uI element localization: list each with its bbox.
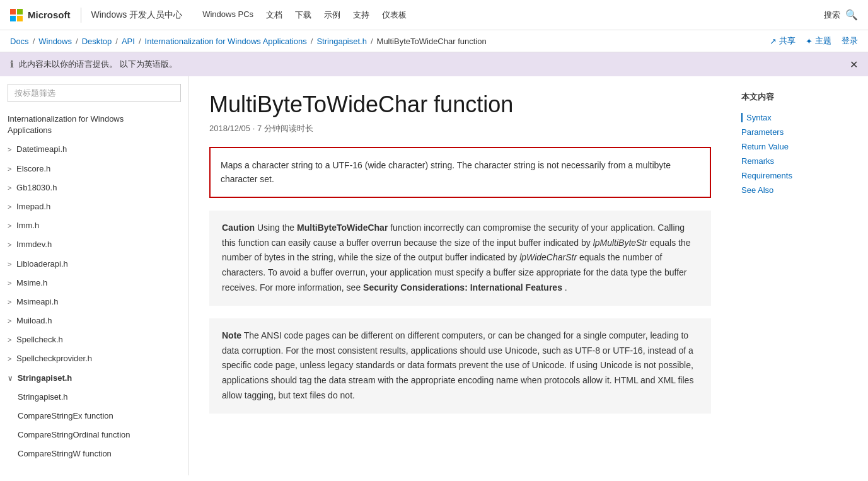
arrow-icon: > bbox=[8, 336, 11, 344]
sidebar-item-label: Stringapiset.h bbox=[18, 392, 68, 402]
info-icon: ℹ bbox=[10, 59, 14, 70]
arrow-icon: > bbox=[8, 241, 11, 248]
breadcrumb-sep3: / bbox=[115, 37, 118, 46]
breadcrumb-api[interactable]: API bbox=[122, 37, 135, 46]
share-icon: ↗ bbox=[770, 37, 777, 46]
sidebar-item-label: Imepad.h bbox=[16, 202, 50, 211]
toc-item-returnvalue[interactable]: Return Value bbox=[741, 139, 835, 154]
toc-item-remarks[interactable]: Remarks bbox=[741, 154, 835, 168]
arrow-icon: > bbox=[8, 260, 11, 268]
sidebar-item-comparestringex[interactable]: CompareStringEx function bbox=[0, 407, 188, 426]
breadcrumb-sep5: / bbox=[311, 37, 313, 46]
sidebar-item-msime[interactable]: > Msime.h bbox=[0, 274, 188, 293]
breadcrumb-intl[interactable]: Internationalization for Windows Applica… bbox=[145, 37, 307, 46]
toc-link-syntax[interactable]: Syntax bbox=[741, 113, 772, 122]
arrow-icon: > bbox=[8, 146, 11, 153]
caution-text1: Using the bbox=[257, 223, 297, 233]
toc-link-requirements[interactable]: Requirements bbox=[741, 171, 792, 180]
ms-logo[interactable]: Microsoft bbox=[10, 9, 71, 21]
lang-banner-close[interactable]: ✕ bbox=[850, 59, 858, 71]
arrow-icon: > bbox=[8, 317, 11, 325]
content: MultiByteToWideChar function 2018/12/05 … bbox=[189, 76, 731, 475]
login-link[interactable]: 登录 bbox=[842, 35, 858, 47]
note-box: Note The ANSI code pages can be differen… bbox=[209, 318, 711, 414]
arrow-icon: > bbox=[8, 279, 11, 287]
share-link[interactable]: ↗ 共享 bbox=[770, 35, 796, 47]
share-label: 共享 bbox=[779, 35, 796, 47]
sidebar-item-comparestringw[interactable]: CompareStringW function bbox=[0, 444, 188, 463]
search-button[interactable]: 🔍 bbox=[845, 9, 858, 21]
sidebar-item-label: Elscore.h bbox=[16, 164, 50, 173]
sidebar-item-elscore[interactable]: > Elscore.h bbox=[0, 159, 188, 178]
nav-link-docs[interactable]: 文档 bbox=[266, 9, 282, 21]
sidebar-item-stringapiset[interactable]: ∨ Stringapiset.h bbox=[0, 369, 188, 388]
toc-title: 本文内容 bbox=[741, 91, 835, 103]
nav-divider bbox=[81, 8, 81, 23]
sidebar-item-gb18030[interactable]: > Gb18030.h bbox=[0, 178, 188, 197]
toc-item-seealso[interactable]: See Also bbox=[741, 183, 835, 197]
toc-link-remarks[interactable]: Remarks bbox=[741, 156, 774, 166]
sidebar-item-comparestringordinal[interactable]: CompareStringOrdinal function bbox=[0, 426, 188, 444]
arrow-icon: > bbox=[8, 165, 11, 173]
arrow-icon: > bbox=[8, 203, 11, 211]
toc-link-seealso[interactable]: See Also bbox=[741, 185, 773, 195]
caution-italic2: lpWideCharStr bbox=[519, 252, 577, 262]
nav-link-support[interactable]: 支持 bbox=[353, 9, 369, 21]
nav-link-download[interactable]: 下载 bbox=[295, 9, 311, 21]
main-layout: Internationalization for WindowsApplicat… bbox=[0, 76, 868, 477]
sidebar-item-label: Gb18030.h bbox=[16, 183, 57, 192]
caution-box: Caution Using the MultiByteToWideChar fu… bbox=[209, 211, 711, 306]
breadcrumb-windows[interactable]: Windows bbox=[38, 37, 72, 46]
sidebar-filter-input[interactable] bbox=[8, 84, 181, 102]
caution-text5: . bbox=[565, 282, 567, 293]
nav-link-dashboard[interactable]: 仪表板 bbox=[382, 9, 407, 21]
sidebar-item-label: Datetimeapi.h bbox=[16, 144, 67, 154]
sidebar-item-immdev[interactable]: > Immdev.h bbox=[0, 235, 188, 254]
page-title: MultiByteToWideChar function bbox=[209, 91, 711, 118]
arrow-icon: > bbox=[8, 298, 11, 306]
sidebar-item-imm[interactable]: > Imm.h bbox=[0, 216, 188, 235]
description-box: Maps a character string to a UTF-16 (wid… bbox=[209, 147, 711, 198]
breadcrumb-stringapiset[interactable]: Stringapiset.h bbox=[316, 37, 367, 46]
note-label: Note bbox=[222, 330, 241, 340]
breadcrumb-sep2: / bbox=[76, 37, 78, 46]
sidebar-item-stringapiset-child[interactable]: Stringapiset.h bbox=[0, 388, 188, 407]
sidebar-item-label: CompareStringEx function bbox=[18, 411, 113, 420]
sidebar-item-label: Stringapiset.h bbox=[18, 373, 72, 383]
lang-banner-text: 此内容未以你的语言提供。 以下为英语版。 bbox=[19, 59, 177, 70]
sidebar-item-libloaderapi[interactable]: > Libloaderapi.h bbox=[0, 255, 188, 274]
toc-item-parameters[interactable]: Parameters bbox=[741, 125, 835, 139]
toc-link-returnvalue[interactable]: Return Value bbox=[741, 142, 789, 151]
sidebar-item-label: Msime.h bbox=[16, 278, 47, 287]
sidebar-item-label: Imm.h bbox=[16, 221, 39, 230]
right-toc: 本文内容 Syntax Parameters Return Value Rema… bbox=[731, 76, 845, 477]
sidebar: Internationalization for WindowsApplicat… bbox=[0, 76, 189, 475]
sidebar-item-datetimeapi[interactable]: > Datetimeapi.h bbox=[0, 140, 188, 159]
breadcrumb-docs[interactable]: Docs bbox=[10, 37, 29, 46]
search-label: 搜索 bbox=[824, 9, 840, 21]
sidebar-item-label: Immdev.h bbox=[16, 240, 52, 249]
sidebar-item-imepad[interactable]: > Imepad.h bbox=[0, 197, 188, 216]
sidebar-item-spellcheck[interactable]: > Spellcheck.h bbox=[0, 330, 188, 349]
toc-item-requirements[interactable]: Requirements bbox=[741, 168, 835, 183]
sidebar-item-spellcheckprovider[interactable]: > Spellcheckprovider.h bbox=[0, 349, 188, 368]
nav-link-windowspcs[interactable]: Windows PCs bbox=[202, 9, 253, 21]
sidebar-item-label: Msimeapi.h bbox=[16, 297, 58, 306]
theme-link[interactable]: ✦ 主题 bbox=[806, 35, 831, 47]
theme-icon: ✦ bbox=[806, 37, 813, 46]
nav-links: Windows PCs 文档 下载 示例 支持 仪表板 bbox=[202, 9, 407, 21]
logo-blue bbox=[10, 16, 16, 21]
breadcrumb: Docs / Windows / Desktop / API / Interna… bbox=[0, 30, 868, 52]
breadcrumb-desktop[interactable]: Desktop bbox=[82, 37, 112, 46]
sidebar-item-label: Spellcheckprovider.h bbox=[16, 354, 92, 363]
sidebar-item-muiload[interactable]: > Muiload.h bbox=[0, 311, 188, 330]
toc-item-syntax[interactable]: Syntax bbox=[741, 110, 835, 125]
toc-link-parameters[interactable]: Parameters bbox=[741, 127, 784, 137]
nav-link-examples[interactable]: 示例 bbox=[324, 9, 340, 21]
logo-red bbox=[10, 9, 16, 14]
sidebar-item-msimeapi[interactable]: > Msimeapi.h bbox=[0, 293, 188, 311]
breadcrumb-sep4: / bbox=[139, 37, 141, 46]
sidebar-item-label: CompareStringW function bbox=[18, 449, 112, 458]
sidebar-item-intl[interactable]: Internationalization for WindowsApplicat… bbox=[0, 110, 188, 140]
arrow-icon: > bbox=[8, 222, 11, 229]
